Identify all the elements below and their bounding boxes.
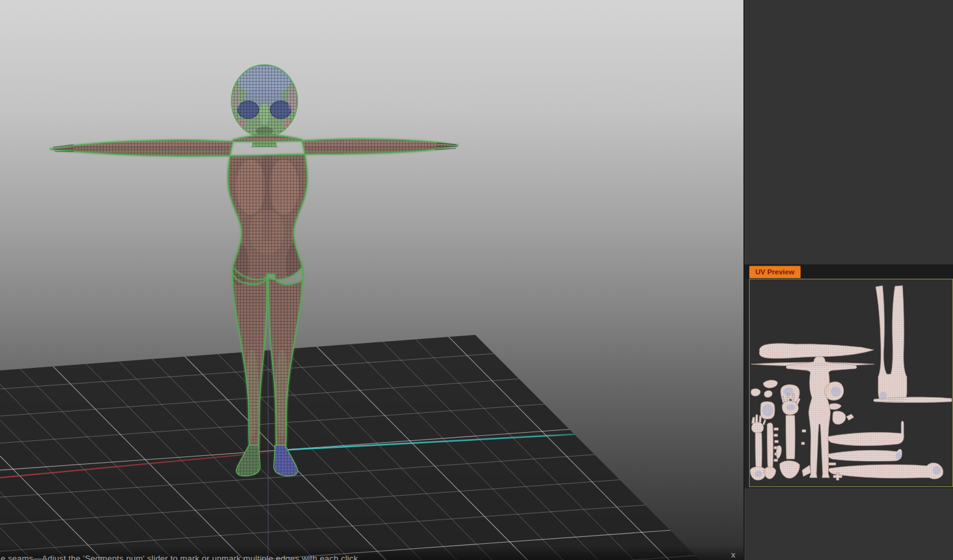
close-icon[interactable]: x [731,551,735,559]
uv-islands [750,279,952,486]
tab-uv-preview[interactable]: UV Preview [749,266,801,278]
application-window: e seams—Adjust the 'Segments num' slider… [0,0,953,560]
viewport-3d[interactable]: e seams—Adjust the 'Segments num' slider… [0,0,743,560]
viewport-scene [0,0,743,560]
right-panel: UV Preview [743,0,953,560]
uv-preview-canvas[interactable] [749,279,953,487]
uv-preview-area [745,278,953,488]
uv-tab-strip: UV Preview [745,264,953,278]
status-message: e seams—Adjust the 'Segments num' slider… [1,554,724,560]
